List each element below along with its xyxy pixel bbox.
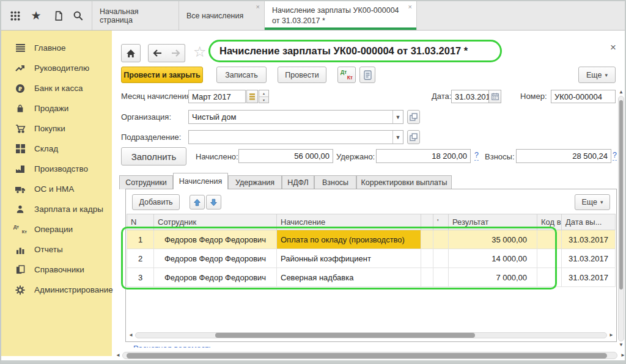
open-link-icon: [410, 133, 418, 141]
sidebar-item-operations[interactable]: ДтКт Операции: [1, 219, 112, 239]
scroll-right-icon[interactable]: ►: [608, 332, 614, 339]
organization-open-button[interactable]: [407, 110, 420, 124]
date-input[interactable]: 31.03.2017: [451, 90, 489, 103]
arrow-up-icon: [193, 198, 201, 206]
date-calendar-button[interactable]: [488, 90, 501, 103]
main-menu-icon[interactable]: [7, 8, 23, 24]
col-result[interactable]: Результат: [449, 214, 537, 230]
number-input[interactable]: УК00-000004: [551, 90, 616, 103]
add-to-favorites-star-icon[interactable]: ☆: [193, 43, 207, 60]
app-window: ★ Начальная страница Все начисления × На…: [0, 0, 626, 364]
spin-down-icon[interactable]: ▾: [259, 97, 268, 103]
month-input[interactable]: Март 2017: [188, 90, 246, 103]
scroll-left-icon[interactable]: ◄: [128, 332, 134, 339]
search-icon[interactable]: [70, 8, 86, 24]
tab-close-icon[interactable]: ×: [256, 4, 260, 10]
sidebar-item-warehouse[interactable]: Склад: [1, 139, 112, 159]
dt-kt-button[interactable]: Дт Кт: [337, 67, 356, 83]
combo-arrow-icon[interactable]: ▼: [392, 131, 403, 144]
tab-all-accruals[interactable]: Все начисления ×: [179, 1, 264, 30]
scrollbar-track[interactable]: [122, 352, 617, 359]
back-button[interactable]: [148, 44, 167, 62]
post-button[interactable]: Провести: [278, 67, 326, 83]
scroll-right-icon[interactable]: ►: [620, 352, 626, 359]
table-row[interactable]: 2 Федоров Федор Федорович Районный коэфф…: [127, 249, 616, 268]
accrued-input[interactable]: 56 000,00: [238, 149, 333, 163]
tab-deductions[interactable]: Удержания: [228, 175, 282, 189]
sidebar-item-directories[interactable]: Справочники: [1, 260, 112, 280]
scrollbar-thumb[interactable]: [215, 333, 475, 338]
bag-icon: [13, 104, 27, 114]
add-row-button[interactable]: Добавить: [132, 194, 180, 210]
withheld-help-link[interactable]: ?: [474, 151, 479, 161]
move-down-button[interactable]: [206, 195, 221, 209]
fill-button[interactable]: Заполнить: [121, 147, 186, 166]
col-payout-date[interactable]: Дата вы...: [562, 214, 616, 230]
form-vertical-scrollbar[interactable]: ▲ ▼: [617, 89, 625, 348]
sidebar-item-bank-cash[interactable]: ₽ Банк и касса: [1, 78, 112, 98]
trend-icon: [13, 64, 27, 73]
department-combo[interactable]: ▼: [188, 130, 403, 144]
close-form-icon[interactable]: ×: [610, 42, 616, 54]
sidebar-item-main[interactable]: Главное: [1, 38, 112, 58]
window-bottom-edge: [1, 360, 626, 364]
sidebar-item-production[interactable]: Производство: [1, 159, 112, 179]
col-code[interactable]: Код в: [537, 214, 562, 230]
organization-label: Организация:: [121, 112, 171, 122]
tab-contributions[interactable]: Взносы: [314, 175, 356, 189]
sidebar-item-administration[interactable]: Администрирование: [1, 280, 112, 300]
col-misc1[interactable]: [421, 214, 433, 230]
tab-start-page[interactable]: Начальная страница: [92, 1, 179, 30]
scrollbar-track[interactable]: [135, 332, 607, 338]
form-horizontal-scrollbar[interactable]: ◄ ►: [115, 351, 626, 360]
tab-salary-accrual[interactable]: Начисление зарплаты УК00-000004 от 31.03…: [264, 1, 417, 30]
department-open-button[interactable]: [407, 130, 420, 144]
month-label: Месяц начисления:: [121, 92, 193, 101]
withheld-input[interactable]: 18 200,00: [376, 149, 471, 163]
tab-accruals[interactable]: Начисления: [173, 173, 228, 189]
month-select-button[interactable]: [246, 90, 258, 103]
move-up-button[interactable]: [190, 195, 205, 209]
footer-link-clipped[interactable]: Расчетная ведомость: [133, 343, 317, 348]
save-button[interactable]: Записать: [216, 67, 267, 83]
history-icon[interactable]: [50, 8, 66, 24]
combo-arrow-icon[interactable]: ▼: [392, 111, 403, 123]
sidebar-item-fixed-assets[interactable]: ОС и НМА: [1, 179, 112, 199]
document-structure-button[interactable]: [359, 67, 375, 83]
sidebar-item-purchases[interactable]: Покупки: [1, 118, 112, 139]
post-and-close-button[interactable]: Провести и закрыть: [121, 67, 203, 83]
more-button[interactable]: Еще ▾: [578, 67, 616, 83]
favorites-star-icon[interactable]: ★: [28, 7, 44, 23]
organization-combo[interactable]: Чистый дом ▼: [188, 110, 403, 124]
spin-up-icon[interactable]: ▴: [259, 90, 268, 97]
col-accrual[interactable]: Начисление: [277, 214, 421, 230]
tab-ndfl[interactable]: НДФЛ: [282, 175, 314, 189]
table-more-button[interactable]: Еще ▾: [575, 194, 610, 210]
scroll-up-icon[interactable]: ▲: [617, 89, 625, 95]
table-row[interactable]: 1 Федоров Федор Федорович Оплата по окла…: [127, 230, 616, 249]
active-cell[interactable]: Оплата по окладу (производство): [277, 230, 421, 249]
col-misc2[interactable]: ': [433, 214, 449, 230]
sidebar-item-salary-hr[interactable]: Зарплата и кадры: [1, 199, 112, 219]
contributions-input[interactable]: 28 500,24: [516, 149, 611, 163]
month-spinner[interactable]: ▴ ▾: [259, 90, 269, 103]
table-row[interactable]: 3 Федоров Федор Федорович Северная надба…: [127, 268, 616, 287]
table-horizontal-scrollbar[interactable]: ◄ ►: [128, 332, 614, 339]
col-employee[interactable]: Сотрудник: [154, 214, 277, 230]
tab-close-icon[interactable]: ×: [408, 4, 412, 10]
scroll-left-icon[interactable]: ◄: [115, 352, 121, 359]
forward-button[interactable]: [166, 44, 185, 62]
tab-payout-adjustments[interactable]: Корректировки выплаты: [356, 175, 452, 189]
contributions-help-link[interactable]: ?: [613, 151, 617, 161]
scrollbar-thumb[interactable]: [127, 353, 607, 359]
sidebar-item-sales[interactable]: Продажи: [1, 98, 112, 118]
arrow-left-icon: [153, 49, 163, 57]
scrollbar-thumb[interactable]: [619, 100, 623, 289]
scrollbar-track[interactable]: [618, 96, 624, 341]
home-button[interactable]: [121, 44, 141, 62]
sidebar-item-manager[interactable]: Руководителю: [1, 58, 112, 78]
sidebar-item-reports[interactable]: Отчеты: [1, 239, 112, 260]
tab-employees[interactable]: Сотрудники: [119, 175, 173, 189]
col-n[interactable]: N: [127, 214, 154, 230]
scroll-down-icon[interactable]: ▼: [617, 342, 625, 348]
